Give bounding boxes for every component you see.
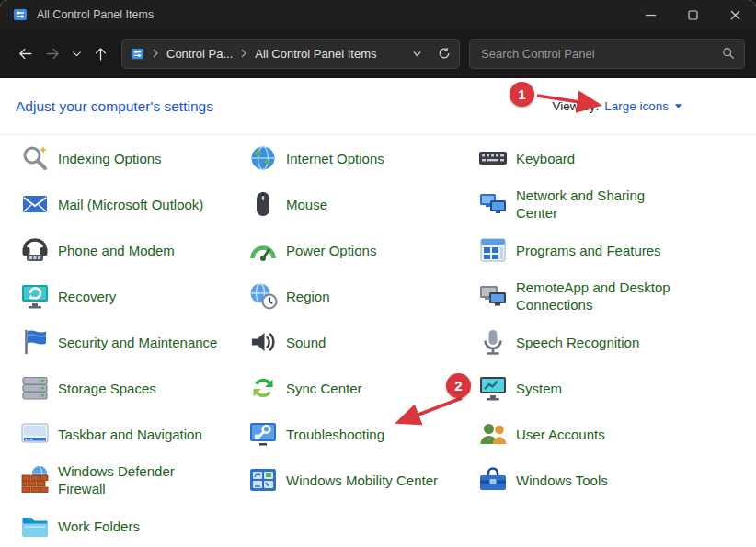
search-box[interactable] bbox=[469, 39, 745, 69]
control-panel-item-phone-and-modem[interactable]: Phone and Modem bbox=[20, 227, 248, 273]
control-panel-item-security-and-maintenance[interactable]: Security and Maintenance bbox=[20, 319, 248, 365]
refresh-icon[interactable] bbox=[438, 47, 451, 60]
breadcrumb-current[interactable]: All Control Panel Items bbox=[255, 47, 376, 61]
item-label: Programs and Features bbox=[516, 242, 661, 259]
item-label: Sound bbox=[286, 334, 326, 351]
control-panel-item-power-options[interactable]: Power Options bbox=[248, 227, 478, 273]
control-panel-item-troubleshooting[interactable]: Troubleshooting bbox=[248, 411, 478, 457]
view-by-value[interactable]: Large icons bbox=[604, 99, 669, 113]
control-panel-item-mouse[interactable]: Mouse bbox=[248, 181, 478, 227]
control-panel-item-user-accounts[interactable]: User Accounts bbox=[478, 411, 754, 457]
control-panel-item-internet-options[interactable]: Internet Options bbox=[248, 135, 478, 181]
user-accounts-icon bbox=[478, 419, 508, 449]
page-title: Adjust your computer's settings bbox=[16, 98, 213, 115]
control-panel-item-network-and-sharing-center[interactable]: Network and Sharing Center bbox=[478, 181, 754, 227]
chevron-down-icon[interactable] bbox=[674, 102, 682, 110]
view-by-control[interactable]: View by: Large icons bbox=[552, 99, 682, 113]
item-label: Taskbar and Navigation bbox=[58, 426, 202, 443]
control-panel-icon bbox=[13, 7, 28, 22]
network-sharing-center-icon bbox=[478, 189, 508, 219]
control-panel-item-windows-defender-firewall[interactable]: Windows Defender Firewall bbox=[20, 457, 248, 503]
annotation-step-2: 2 bbox=[446, 373, 471, 398]
recovery-icon bbox=[20, 281, 50, 311]
item-label: Windows Tools bbox=[516, 472, 608, 489]
item-label: Sync Center bbox=[286, 380, 362, 397]
minimize-button[interactable] bbox=[629, 0, 671, 29]
item-label: Troubleshooting bbox=[286, 426, 384, 443]
control-panel-item-sync-center[interactable]: Sync Center bbox=[248, 365, 478, 411]
region-icon bbox=[248, 281, 278, 311]
view-by-label: View by: bbox=[552, 99, 599, 113]
up-button[interactable] bbox=[86, 40, 114, 67]
chevron-right-icon bbox=[151, 49, 160, 58]
item-label: RemoteApp and Desktop Connections bbox=[516, 279, 670, 313]
control-panel-item-remoteapp-and-desktop-connections[interactable]: RemoteApp and Desktop Connections bbox=[478, 273, 754, 319]
remoteapp-desktop-connections-icon bbox=[478, 281, 508, 311]
control-panel-item-taskbar-and-navigation[interactable]: Taskbar and Navigation bbox=[20, 411, 248, 457]
indexing-options-icon bbox=[20, 143, 50, 173]
item-label: Recovery bbox=[58, 288, 116, 305]
window-controls bbox=[629, 0, 756, 29]
control-panel-item-programs-and-features[interactable]: Programs and Features bbox=[478, 227, 754, 273]
programs-features-icon bbox=[478, 235, 508, 265]
control-panel-item-storage-spaces[interactable]: Storage Spaces bbox=[20, 365, 248, 411]
item-label: Phone and Modem bbox=[58, 242, 175, 259]
chevron-right-icon bbox=[239, 49, 248, 58]
sound-icon bbox=[248, 327, 278, 357]
control-panel-item-windows-tools[interactable]: Windows Tools bbox=[478, 457, 754, 503]
item-label: Speech Recognition bbox=[516, 334, 639, 351]
item-label: Windows Mobility Center bbox=[286, 472, 438, 489]
control-panel-item-windows-mobility-center[interactable]: Windows Mobility Center bbox=[248, 457, 478, 503]
windows-defender-firewall-icon bbox=[20, 465, 50, 495]
storage-spaces-icon bbox=[20, 373, 50, 403]
internet-options-icon bbox=[248, 143, 278, 173]
windows-tools-icon bbox=[478, 465, 508, 495]
address-bar[interactable]: Control Pa... All Control Panel Items bbox=[121, 39, 460, 69]
control-panel-item-mail-microsoft-outlook[interactable]: Mail (Microsoft Outlook) bbox=[20, 181, 248, 227]
back-button[interactable] bbox=[11, 40, 39, 67]
forward-button[interactable] bbox=[39, 40, 66, 67]
security-maintenance-icon bbox=[20, 327, 50, 357]
titlebar: All Control Panel Items bbox=[0, 0, 756, 29]
keyboard-icon bbox=[478, 143, 508, 173]
items-column: KeyboardNetwork and Sharing CenterProgra… bbox=[478, 135, 754, 547]
control-panel-icon bbox=[131, 47, 144, 61]
item-label: Network and Sharing Center bbox=[516, 187, 645, 222]
control-panel-item-indexing-options[interactable]: Indexing Options bbox=[20, 135, 248, 181]
speech-recognition-icon bbox=[478, 327, 508, 357]
close-button[interactable] bbox=[714, 0, 756, 29]
item-label: Mail (Microsoft Outlook) bbox=[58, 196, 203, 213]
control-panel-item-region[interactable]: Region bbox=[248, 273, 478, 319]
mail-icon bbox=[20, 189, 50, 219]
items-grid: Indexing OptionsMail (Microsoft Outlook)… bbox=[0, 135, 756, 547]
control-panel-item-work-folders[interactable]: Work Folders bbox=[20, 503, 248, 547]
control-panel-item-recovery[interactable]: Recovery bbox=[20, 273, 248, 319]
troubleshooting-icon bbox=[248, 419, 278, 449]
address-dropdown-chevron-icon[interactable] bbox=[412, 49, 422, 59]
sync-center-icon bbox=[248, 373, 278, 403]
control-panel-item-keyboard[interactable]: Keyboard bbox=[478, 135, 754, 181]
recent-locations-chevron[interactable] bbox=[66, 40, 86, 67]
power-options-icon bbox=[248, 235, 278, 265]
taskbar-navigation-icon bbox=[20, 419, 50, 449]
item-label: Keyboard bbox=[516, 150, 575, 167]
control-panel-item-sound[interactable]: Sound bbox=[248, 319, 478, 365]
window-title: All Control Panel Items bbox=[37, 8, 154, 21]
item-label: Windows Defender Firewall bbox=[58, 462, 175, 497]
work-folders-icon bbox=[20, 511, 50, 541]
control-panel-item-speech-recognition[interactable]: Speech Recognition bbox=[478, 319, 754, 365]
maximize-button[interactable] bbox=[671, 0, 714, 29]
items-column: Indexing OptionsMail (Microsoft Outlook)… bbox=[20, 135, 248, 547]
search-input[interactable] bbox=[479, 46, 715, 62]
item-label: Mouse bbox=[286, 196, 327, 213]
breadcrumb-root[interactable]: Control Pa... bbox=[166, 47, 233, 61]
annotation-step-1: 1 bbox=[510, 82, 534, 107]
phone-modem-icon bbox=[20, 235, 50, 265]
mouse-icon bbox=[248, 189, 278, 219]
item-label: User Accounts bbox=[516, 426, 605, 443]
search-icon[interactable] bbox=[722, 47, 735, 60]
control-panel-item-system[interactable]: System bbox=[478, 365, 754, 411]
item-label: Region bbox=[286, 288, 330, 305]
item-label: Security and Maintenance bbox=[58, 334, 217, 351]
item-label: Power Options bbox=[286, 242, 376, 259]
